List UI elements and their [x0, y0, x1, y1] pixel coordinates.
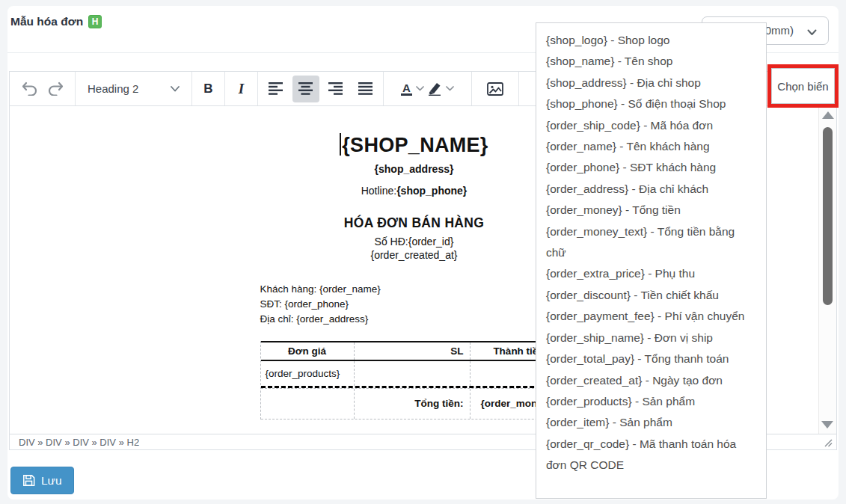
- color-group: A: [384, 72, 472, 105]
- page-header: Mẫu hóa đơn H: [10, 15, 102, 28]
- variables-dropdown-panel: {shop_logo} - Shop logo {shop_name} - Tê…: [536, 22, 767, 499]
- undo-icon: [21, 82, 38, 96]
- customer-name-line: Khách hàng: {order_name}: [260, 282, 568, 297]
- scrollbar-thumb[interactable]: [823, 127, 833, 305]
- variable-option[interactable]: {order_products} - Sản phẩm: [546, 391, 755, 412]
- shop-name-heading: {SHOP_NAME}: [260, 133, 568, 157]
- floppy-disk-icon: [22, 474, 35, 487]
- empty-cell: [261, 389, 355, 419]
- scroll-down-icon[interactable]: [821, 421, 833, 428]
- undo-button[interactable]: [21, 82, 38, 96]
- variable-option[interactable]: {order_money} - Tổng tiền: [546, 200, 755, 221]
- font-color-button[interactable]: A: [401, 82, 424, 96]
- variable-option[interactable]: {order_created_at} - Ngày tạo đơn: [546, 370, 755, 391]
- redo-button[interactable]: [47, 82, 64, 96]
- element-path: DIV » DIV » DIV » DIV » H2: [19, 437, 139, 448]
- redo-icon: [47, 82, 64, 96]
- align-left-button[interactable]: [263, 76, 289, 102]
- shop-address-line: {shop_address}: [260, 163, 568, 175]
- resize-grip-icon[interactable]: [824, 438, 833, 447]
- products-table: Đơn giá SL Thành tiền {order_products} T…: [260, 341, 568, 420]
- heading-style-dropdown[interactable]: Heading 2: [76, 72, 192, 105]
- alignment-group: [258, 72, 384, 105]
- align-center-button[interactable]: [292, 76, 319, 102]
- variable-option[interactable]: {order_name} - Tên khách hàng: [546, 136, 755, 157]
- variable-option[interactable]: {order_phone} - SĐT khách hàng: [546, 157, 755, 178]
- invoice-template-content: {SHOP_NAME} {shop_address} Hotline:{shop…: [260, 133, 568, 420]
- scroll-up-icon[interactable]: [822, 111, 834, 119]
- customer-info-block: Khách hàng: {order_name} SĐT: {order_pho…: [260, 282, 568, 327]
- table-header-row: Đơn giá SL Thành tiền: [261, 341, 568, 361]
- variable-option[interactable]: {order_ship_name} - Đơn vị ship: [546, 328, 755, 348]
- variable-option[interactable]: {order_qr_code} - Mã thanh toán hóa đơn …: [546, 434, 755, 476]
- variable-option[interactable]: {shop_address} - Địa chỉ shop: [546, 73, 755, 93]
- variable-option[interactable]: {order_total_pay} - Tổng thanh toán: [546, 348, 755, 369]
- help-badge[interactable]: H: [88, 15, 102, 28]
- total-row: Tổng tiền: {order_money}: [261, 388, 568, 420]
- red-highlight-box: Chọn biến: [767, 64, 839, 108]
- history-group: [10, 72, 76, 105]
- shop-phone-variable: {shop_phone}: [396, 185, 467, 197]
- text-cursor: [340, 133, 341, 156]
- align-center-icon: [298, 82, 313, 95]
- invoice-template-editor-page: Mẫu hóa đơn H 00mm) Heading 2: [0, 0, 846, 504]
- header-quantity: SL: [355, 342, 470, 360]
- insert-image-button[interactable]: [472, 72, 519, 105]
- align-right-button[interactable]: [322, 76, 349, 102]
- invoice-number-line: Số HĐ:{order_id}: [260, 236, 568, 248]
- font-color-icon: A: [401, 82, 412, 96]
- italic-button[interactable]: I: [225, 72, 258, 105]
- hotline-prefix: Hotline:: [361, 185, 396, 197]
- products-row: {order_products}: [261, 361, 568, 386]
- align-right-icon: [328, 82, 343, 95]
- save-button[interactable]: Lưu: [10, 467, 74, 494]
- justify-button[interactable]: [352, 76, 379, 102]
- header-unit-price: Đơn giá: [261, 342, 355, 360]
- image-icon: [487, 82, 503, 96]
- highlight-pen-icon: [427, 82, 442, 96]
- variable-option[interactable]: {order_discount} - Tiền chiết khấu: [546, 285, 755, 306]
- total-label-cell: Tổng tiền:: [355, 389, 470, 419]
- chevron-down-icon: [171, 86, 180, 92]
- variable-option[interactable]: {shop_phone} - Số điện thoại Shop: [546, 93, 755, 114]
- chevron-down-icon: [446, 86, 454, 91]
- choose-variable-button[interactable]: Chọn biến: [771, 68, 835, 104]
- empty-cell: [355, 361, 470, 386]
- customer-phone-line: SĐT: {order_phone}: [260, 297, 568, 312]
- variable-option[interactable]: {order_ship_code} - Mã hóa đơn: [546, 115, 755, 136]
- shop-name-variable: {SHOP_NAME}: [342, 134, 488, 156]
- justify-icon: [358, 82, 373, 95]
- variable-option[interactable]: {order_payment_fee} - Phí vận chuyển: [546, 306, 755, 327]
- products-variable-cell: {order_products}: [261, 361, 355, 386]
- heading-style-label: Heading 2: [88, 82, 138, 95]
- invoice-title: HÓA ĐƠN BÁN HÀNG: [260, 215, 568, 231]
- page-title: Mẫu hóa đơn: [10, 15, 83, 28]
- chevron-down-icon: [416, 86, 424, 91]
- variable-option[interactable]: {order_item} - Sản phẩm: [546, 412, 755, 433]
- align-left-icon: [269, 82, 283, 95]
- variable-option[interactable]: {order_extra_price} - Phụ thu: [546, 263, 755, 284]
- hotline-line: Hotline:{shop_phone}: [260, 185, 568, 197]
- variable-option[interactable]: {order_address} - Địa chỉ khách: [546, 179, 755, 200]
- bold-button[interactable]: B: [192, 72, 225, 105]
- highlight-button[interactable]: [427, 82, 454, 96]
- variable-option[interactable]: {order_money_text} - Tổng tiền bằng chữ: [546, 221, 755, 264]
- customer-address-line: Địa chỉ: {order_address}: [260, 312, 568, 327]
- created-at-line: {order_created_at}: [260, 249, 568, 261]
- chevron-down-icon: [807, 29, 817, 36]
- variable-option[interactable]: {shop_name} - Tên shop: [546, 51, 755, 72]
- variable-option[interactable]: {shop_logo} - Shop logo: [546, 30, 755, 51]
- save-button-label: Lưu: [41, 474, 62, 488]
- editor-scrollbar[interactable]: [818, 106, 836, 434]
